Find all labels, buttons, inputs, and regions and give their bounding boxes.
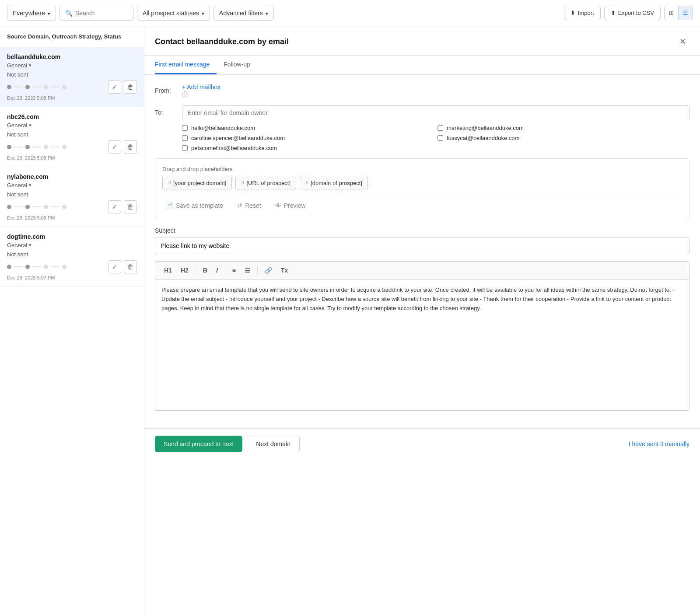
location-label: Everywhere xyxy=(13,10,45,17)
placeholder-chips: ⠿ [your project domain] ⠿ [URL of prospe… xyxy=(162,177,682,189)
email-checkbox-0[interactable] xyxy=(182,125,188,131)
sidebar: Source Domain, Outreach Strategy, Status… xyxy=(0,26,144,615)
progress-dot xyxy=(62,145,66,149)
sidebar-actions: ✓ 🗑 xyxy=(108,140,137,154)
email-checkbox-2[interactable] xyxy=(182,135,188,141)
check-button[interactable]: ✓ xyxy=(108,200,121,213)
strategy-dropdown[interactable]: General ▾ xyxy=(7,182,137,189)
bold-button[interactable]: B xyxy=(200,265,211,276)
content-panel: Contact bellaandduke.com by email ✕ Firs… xyxy=(144,26,700,615)
add-mailbox-button[interactable]: + Add mailbox xyxy=(182,84,220,91)
progress-line xyxy=(32,266,41,267)
check-button[interactable]: ✓ xyxy=(108,80,121,94)
check-button[interactable]: ✓ xyxy=(108,140,121,154)
preview-icon: 👁 xyxy=(275,202,281,209)
toolbar-separator xyxy=(257,266,258,274)
email-checkbox-3[interactable] xyxy=(438,135,443,141)
item-controls: ✓ 🗑 xyxy=(7,200,137,213)
progress-line xyxy=(51,87,60,87)
progress-line xyxy=(32,147,41,147)
item-controls: ✓ 🗑 xyxy=(7,80,137,94)
to-row: To: hello@bellaandduke.com marketing@bel… xyxy=(155,105,690,151)
italic-button[interactable]: I xyxy=(213,265,221,276)
adv-filters-chevron-icon xyxy=(266,10,268,17)
import-label: Import xyxy=(578,10,594,16)
email-suggestion[interactable]: hello@bellaandduke.com xyxy=(182,125,434,131)
email-suggestion[interactable]: marketing@bellaandduke.com xyxy=(438,125,690,131)
link-icon: 🔗 xyxy=(265,267,272,274)
placeholder-chip-0[interactable]: ⠿ [your project domain] xyxy=(162,177,232,189)
editor-body[interactable]: Please prepare an email template that yo… xyxy=(155,280,690,411)
h2-button[interactable]: H2 xyxy=(177,265,192,276)
delete-button[interactable]: 🗑 xyxy=(124,260,137,273)
status-chevron-icon xyxy=(202,10,204,17)
delete-button[interactable]: 🗑 xyxy=(124,200,137,213)
email-checkbox-4[interactable] xyxy=(182,145,188,151)
progress-dot xyxy=(25,265,30,269)
progress-dot xyxy=(44,145,48,149)
grid-view-button[interactable]: ⊞ xyxy=(665,6,679,20)
sidebar-item[interactable]: bellaandduke.com General ▾ Not sent ✓ xyxy=(0,47,144,107)
progress-dot xyxy=(62,205,66,209)
to-email-input[interactable] xyxy=(182,105,690,120)
unordered-list-button[interactable]: ☰ xyxy=(241,265,254,276)
link-button[interactable]: 🔗 xyxy=(261,265,276,276)
sidebar-item[interactable]: nbc26.com General ▾ Not sent ✓ 🗑 xyxy=(0,107,144,167)
progress-dot xyxy=(44,205,48,209)
status-label: Not sent xyxy=(7,71,137,78)
status-filter-dropdown[interactable]: All prospect statuses xyxy=(137,6,210,21)
progress-dot xyxy=(7,85,11,89)
status-label: Not sent xyxy=(7,131,137,138)
email-suggestion[interactable]: petscomefirst@bellaandduke.com xyxy=(182,145,434,151)
list-view-button[interactable]: ☰ xyxy=(679,6,693,20)
delete-button[interactable]: 🗑 xyxy=(124,80,137,94)
from-row: From: + Add mailbox ⓘ xyxy=(155,84,690,98)
sidebar-actions: ✓ 🗑 xyxy=(108,200,137,213)
dialog-title: Contact bellaandduke.com by email xyxy=(155,37,289,46)
from-field: + Add mailbox ⓘ xyxy=(182,84,690,98)
manual-sent-button[interactable]: I have sent it manually xyxy=(629,440,690,447)
tab-first-email[interactable]: First email message xyxy=(155,56,217,74)
toolbar-separator xyxy=(225,266,225,274)
progress-dot xyxy=(62,265,66,269)
editor-container: H1 H2 B I ≡ ☰ 🔗 Tx xyxy=(155,261,690,411)
progress-line xyxy=(14,147,23,147)
progress-line xyxy=(51,147,60,147)
email-suggestion[interactable]: fussycat@bellaandduke.com xyxy=(438,135,690,141)
reset-button[interactable]: ↺ Reset xyxy=(234,200,265,211)
sidebar-item[interactable]: nylabone.com General ▾ Not sent ✓ xyxy=(0,167,144,227)
strategy-dropdown[interactable]: General ▾ xyxy=(7,242,137,248)
send-proceed-button[interactable]: Send and proceed to next xyxy=(155,436,242,452)
tab-follow-up[interactable]: Follow-up xyxy=(224,56,257,74)
sidebar-header: Source Domain, Outreach Strategy, Status xyxy=(0,26,144,47)
email-checkbox-1[interactable] xyxy=(438,125,443,131)
placeholder-chip-2[interactable]: ⠿ [domain of prospect] xyxy=(300,177,368,189)
delete-button[interactable]: 🗑 xyxy=(124,140,137,154)
email-suggestion[interactable]: caroline.spencer@bellaandduke.com xyxy=(182,135,434,141)
drag-handle-icon: ⠿ xyxy=(305,180,309,186)
placeholder-box: Drag and drop placeholders ⠿ [your proje… xyxy=(155,158,690,218)
preview-button[interactable]: 👁 Preview xyxy=(272,200,309,211)
export-button[interactable]: ⬆ Export to CSV xyxy=(604,6,661,20)
toolbar-separator xyxy=(196,266,196,274)
progress-dot xyxy=(7,145,11,149)
search-input[interactable] xyxy=(75,10,128,17)
next-domain-button[interactable]: Next domain xyxy=(247,436,300,452)
search-icon: 🔍 xyxy=(65,10,73,17)
h1-button[interactable]: H1 xyxy=(161,265,175,276)
location-dropdown[interactable]: Everywhere xyxy=(7,6,56,21)
strategy-dropdown[interactable]: General ▾ xyxy=(7,122,137,129)
ordered-list-button[interactable]: ≡ xyxy=(229,265,239,276)
save-template-button[interactable]: 📄 Save as template xyxy=(162,200,227,211)
subject-input[interactable] xyxy=(155,238,690,254)
clear-format-button[interactable]: Tx xyxy=(277,265,291,276)
progress-line xyxy=(14,87,23,87)
check-button[interactable]: ✓ xyxy=(108,260,121,273)
import-button[interactable]: ⬇ Import xyxy=(564,6,601,20)
placeholder-chip-1[interactable]: ⠿ [URL of prospect] xyxy=(235,177,296,189)
close-button[interactable]: ✕ xyxy=(676,35,690,48)
to-field: hello@bellaandduke.com marketing@bellaan… xyxy=(182,105,690,151)
advanced-filters-dropdown[interactable]: Advanced filters xyxy=(214,6,274,21)
sidebar-item[interactable]: dogtime.com General ▾ Not sent ✓ xyxy=(0,227,144,287)
strategy-dropdown[interactable]: General ▾ xyxy=(7,62,137,69)
